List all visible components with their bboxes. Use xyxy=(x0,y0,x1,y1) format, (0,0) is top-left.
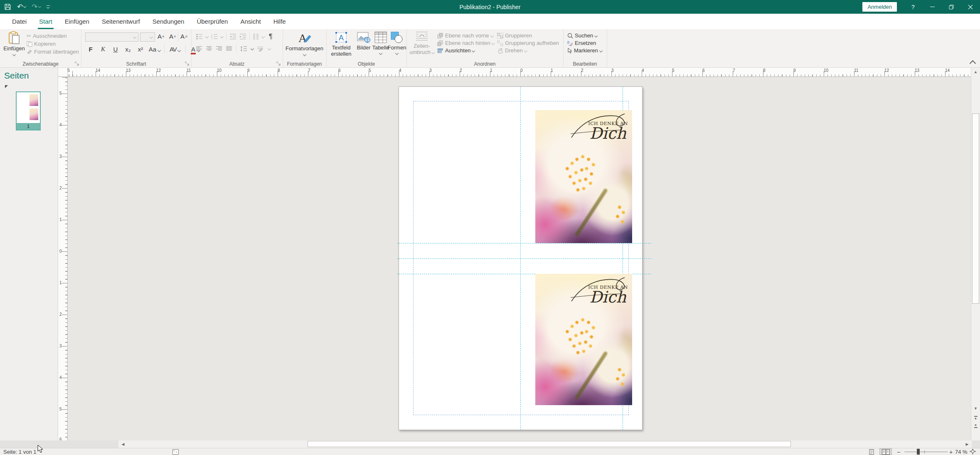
tab-sendungen[interactable]: Sendungen xyxy=(146,18,191,29)
replace-button[interactable]: bc Ersetzen xyxy=(567,40,596,46)
close-button[interactable] xyxy=(961,0,980,14)
superscript-button[interactable]: x² xyxy=(136,46,145,53)
scroll-down-button[interactable]: ▼ xyxy=(971,404,980,413)
bring-forward-button[interactable]: Ebene nach vorne xyxy=(437,32,493,39)
horizontal-guide-upper[interactable] xyxy=(397,243,651,243)
styles-button[interactable]: A Formatvorlagen xyxy=(283,31,326,56)
align-right-button[interactable] xyxy=(216,46,222,51)
pictures-button[interactable]: Bilder xyxy=(355,31,372,51)
tab-ansicht[interactable]: Ansicht xyxy=(234,18,267,29)
zoom-out-button[interactable]: − xyxy=(897,449,900,455)
font-name-dropdown-icon[interactable] xyxy=(133,35,136,39)
page-thumbnail[interactable]: 1 xyxy=(16,91,41,130)
bullet-list-button[interactable] xyxy=(196,34,203,39)
collapse-ribbon-button[interactable] xyxy=(970,60,976,67)
help-button[interactable]: ? xyxy=(904,0,923,14)
copy-button[interactable]: Kopieren xyxy=(27,41,56,47)
horizontal-ruler[interactable]: 1514131211109876543210123456789101112131… xyxy=(68,68,971,77)
bullet-list-dropdown-icon[interactable] xyxy=(205,35,209,38)
page-indicator[interactable]: Seite: 1 von 1 xyxy=(3,449,37,455)
format-painter-button[interactable]: Format übertragen xyxy=(27,49,79,55)
increase-indent-button[interactable] xyxy=(239,34,246,39)
font-size-combo[interactable] xyxy=(140,32,155,42)
text-wrap-dropdown-icon[interactable] xyxy=(431,50,435,54)
text-wrap-button[interactable]: Zeilen- umbruch xyxy=(409,31,434,55)
character-spacing-dropdown-icon[interactable] xyxy=(177,48,181,52)
tab-hilfe[interactable]: Hilfe xyxy=(267,18,292,29)
justify-button[interactable] xyxy=(226,46,232,51)
restore-button[interactable] xyxy=(942,0,961,14)
vertical-scroll-thumb[interactable] xyxy=(972,113,979,304)
font-name-combo[interactable] xyxy=(85,32,138,42)
font-size-dropdown-icon[interactable] xyxy=(150,35,153,39)
shrink-font-button[interactable]: A˅ xyxy=(169,33,176,40)
columns-button[interactable] xyxy=(253,34,259,39)
scroll-right-button[interactable]: ▶ xyxy=(963,440,972,448)
two-page-spread-button[interactable] xyxy=(879,448,892,455)
table-button[interactable]: Tabelle xyxy=(373,31,389,54)
styles-dropdown-icon[interactable] xyxy=(303,53,306,56)
shapes-button[interactable]: Formen xyxy=(389,31,405,54)
find-button[interactable]: Suchen xyxy=(567,32,597,39)
ungroup-button[interactable]: Gruppierung aufheben xyxy=(497,40,559,46)
paste-button[interactable]: Einfügen xyxy=(3,31,25,56)
horizontal-scrollbar[interactable]: ◀ ▶ xyxy=(118,440,972,448)
underline-button[interactable]: U xyxy=(111,46,120,53)
paste-dropdown-icon[interactable] xyxy=(12,53,16,56)
align-center-button[interactable] xyxy=(206,46,212,51)
select-button[interactable]: Markieren xyxy=(567,47,602,54)
find-dropdown-icon[interactable] xyxy=(594,34,598,37)
group-button[interactable]: Gruppieren xyxy=(497,32,532,39)
paragraph-mark-button[interactable]: ¶ xyxy=(269,33,273,40)
change-case-button[interactable]: Aa xyxy=(148,46,161,53)
italic-button[interactable]: K xyxy=(98,46,108,53)
shapes-dropdown-icon[interactable] xyxy=(395,52,399,55)
subscript-button[interactable]: x₂ xyxy=(123,46,133,53)
minimize-button[interactable] xyxy=(923,0,942,14)
align-objects-dropdown-icon[interactable] xyxy=(472,49,475,52)
next-page-button[interactable]: ▼ xyxy=(971,422,980,430)
single-page-view-button[interactable] xyxy=(867,448,877,455)
zoom-in-button[interactable]: + xyxy=(949,449,953,455)
bold-button[interactable]: F xyxy=(86,46,95,53)
columns-dropdown-icon[interactable] xyxy=(261,35,265,38)
tabs-dropdown-icon[interactable] xyxy=(268,47,271,50)
character-spacing-button[interactable]: AV xyxy=(168,46,182,53)
tab-datei[interactable]: Datei xyxy=(6,18,33,29)
zoom-level[interactable]: 74 % xyxy=(955,449,968,455)
zoom-slider-track[interactable] xyxy=(904,452,948,452)
clear-formatting-button[interactable]: A◊ xyxy=(180,33,187,40)
schriftart-dialog-launcher[interactable] xyxy=(185,61,190,66)
scroll-up-button[interactable]: ▲ xyxy=(971,68,980,76)
zwischenablage-dialog-launcher[interactable] xyxy=(75,61,79,66)
previous-page-button[interactable]: ▲ xyxy=(971,414,980,421)
scroll-left-button[interactable]: ◀ xyxy=(118,440,128,448)
fit-page-button[interactable] xyxy=(969,448,976,455)
select-dropdown-icon[interactable] xyxy=(599,49,603,52)
numbered-list-dropdown-icon[interactable] xyxy=(220,35,224,38)
vertical-ruler[interactable]: 543210123456 xyxy=(58,77,68,440)
decrease-indent-button[interactable] xyxy=(229,34,236,39)
tab-seitenentwurf[interactable]: Seitenentwurf xyxy=(96,18,146,29)
numbered-list-button[interactable]: 123 xyxy=(211,34,218,39)
align-objects-button[interactable]: Ausrichten xyxy=(437,47,475,54)
send-backward-button[interactable]: Ebene nach hinten xyxy=(437,40,494,46)
tab-start[interactable]: Start xyxy=(33,18,59,29)
publication-canvas[interactable]: ICH DENKE AN Dich ICH DENKE AN Dich xyxy=(68,77,971,440)
absatz-dialog-launcher[interactable] xyxy=(276,61,281,66)
horizontal-fold-guide[interactable] xyxy=(397,258,651,259)
line-spacing-button[interactable] xyxy=(240,46,247,52)
textbox-button[interactable]: A Textfeld erstellen xyxy=(329,31,354,57)
horizontal-scroll-thumb[interactable] xyxy=(308,441,791,447)
sign-in-button[interactable]: Anmelden xyxy=(862,2,897,12)
cut-button[interactable]: ✂ Ausschneiden xyxy=(27,33,67,39)
grow-font-button[interactable]: A˄ xyxy=(158,33,164,40)
send-backward-dropdown-icon[interactable] xyxy=(491,41,495,44)
tabs-ruler-button[interactable] xyxy=(257,46,264,52)
tab-einfuegen[interactable]: Einfügen xyxy=(59,18,96,29)
vertical-scrollbar[interactable]: ▲ ▼ ▲ ▼ xyxy=(971,68,980,440)
rotate-dropdown-icon[interactable] xyxy=(524,49,527,52)
flower-image-bottom[interactable]: ICH DENKE AN Dich xyxy=(535,274,632,405)
align-left-button[interactable] xyxy=(196,46,202,51)
line-spacing-dropdown-icon[interactable] xyxy=(251,47,254,50)
